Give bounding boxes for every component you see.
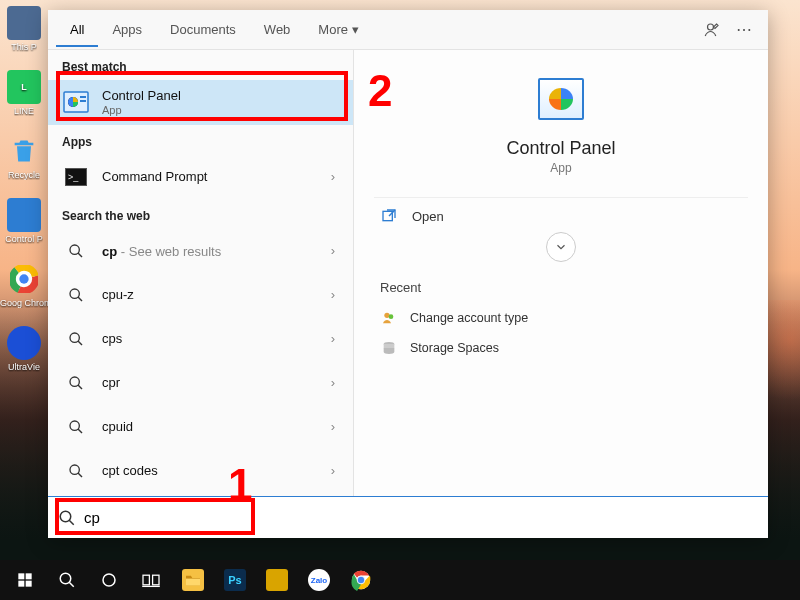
section-best-match: Best match [48, 50, 353, 80]
command-prompt-icon: >_ [62, 163, 90, 191]
search-icon [62, 325, 90, 353]
web-result[interactable]: cpu-z › [48, 273, 353, 317]
chevron-right-icon[interactable]: › [327, 331, 339, 346]
taskbar-chrome[interactable] [342, 562, 380, 598]
desktop-icon-ultraviewer[interactable]: UltraVie [0, 320, 48, 384]
result-command-prompt[interactable]: >_ Command Prompt › [48, 155, 353, 199]
desktop-icon-recycle-bin[interactable]: Recycle [0, 128, 48, 192]
desktop-icon-chrome[interactable]: Goog Chrom [0, 256, 48, 320]
feedback-icon[interactable] [696, 14, 728, 46]
svg-point-12 [70, 289, 79, 298]
chevron-down-icon: ▾ [352, 22, 359, 37]
tab-more[interactable]: More ▾ [304, 12, 372, 47]
desktop-icon-control-panel[interactable]: Control P [0, 192, 48, 256]
results-list: Best match Control Panel App Apps >_ Com… [48, 50, 354, 496]
taskbar-zalo[interactable]: Zalo [300, 562, 338, 598]
taskbar: Ps Zalo [0, 560, 800, 600]
preview-open[interactable]: Open [374, 197, 748, 234]
user-accounts-icon [380, 309, 398, 327]
svg-rect-9 [80, 96, 86, 98]
svg-rect-10 [80, 100, 86, 102]
search-icon [62, 457, 90, 485]
svg-rect-26 [26, 573, 32, 579]
search-icon [62, 281, 90, 309]
preview-pane: Control Panel App Open Recent Change acc… [354, 50, 768, 496]
section-search-web: Search the web [48, 199, 353, 229]
web-result[interactable]: cpr › [48, 361, 353, 405]
web-result[interactable]: cpuid › [48, 405, 353, 449]
svg-point-5 [708, 24, 714, 30]
more-options-icon[interactable]: ⋯ [728, 14, 760, 46]
web-result[interactable]: cps › [48, 317, 353, 361]
svg-point-30 [103, 574, 115, 586]
taskbar-app-yellow[interactable] [258, 562, 296, 598]
chevron-right-icon[interactable]: › [327, 287, 339, 302]
preview-recent-label: Recent [380, 280, 421, 295]
taskbar-file-explorer[interactable] [174, 562, 212, 598]
svg-point-15 [70, 421, 79, 430]
tab-documents[interactable]: Documents [156, 12, 250, 47]
tab-apps[interactable]: Apps [98, 12, 156, 47]
preview-title: Control Panel [506, 138, 615, 159]
svg-rect-32 [153, 575, 159, 585]
svg-point-13 [70, 333, 79, 342]
svg-point-14 [70, 377, 79, 386]
svg-rect-25 [18, 573, 24, 579]
search-icon [62, 237, 90, 265]
svg-point-22 [389, 314, 394, 319]
chevron-right-icon[interactable]: › [327, 419, 339, 434]
cortana-icon[interactable] [90, 562, 128, 598]
svg-point-29 [60, 573, 71, 584]
svg-point-4 [19, 274, 28, 283]
result-subtitle: App [102, 104, 339, 117]
svg-rect-27 [18, 581, 24, 587]
svg-point-16 [70, 465, 79, 474]
search-icon [62, 413, 90, 441]
result-control-panel[interactable]: Control Panel App [48, 80, 353, 125]
open-icon [380, 208, 398, 224]
search-icon [62, 369, 90, 397]
tab-all[interactable]: All [56, 12, 98, 47]
chevron-right-icon[interactable]: › [327, 375, 339, 390]
taskbar-search-icon[interactable] [48, 562, 86, 598]
recent-item[interactable]: Storage Spaces [374, 333, 748, 363]
desktop-icons: This P LLINE Recycle Control P Goog Chro… [0, 0, 50, 560]
search-box-row [48, 496, 768, 538]
search-input[interactable] [84, 509, 758, 526]
recent-item[interactable]: Change account type [374, 303, 748, 333]
task-view-icon[interactable] [132, 562, 170, 598]
desktop-icon-line[interactable]: LLINE [0, 64, 48, 128]
web-result[interactable]: cpt codes › [48, 449, 353, 493]
svg-point-24 [60, 511, 71, 522]
start-search-panel: All Apps Documents Web More ▾ ⋯ Best mat… [48, 10, 768, 538]
storage-spaces-icon [380, 339, 398, 357]
svg-rect-20 [383, 211, 392, 220]
taskbar-photoshop[interactable]: Ps [216, 562, 254, 598]
section-apps: Apps [48, 125, 353, 155]
preview-subtitle: App [550, 161, 571, 175]
tab-web[interactable]: Web [250, 12, 305, 47]
chevron-right-icon[interactable]: › [327, 169, 339, 184]
search-icon [58, 509, 76, 527]
search-tabs: All Apps Documents Web More ▾ ⋯ [48, 10, 768, 50]
result-title: Control Panel [102, 88, 339, 104]
svg-rect-28 [26, 581, 32, 587]
control-panel-icon [62, 88, 90, 116]
desktop-icon-this-pc[interactable]: This P [0, 0, 48, 64]
chevron-right-icon[interactable]: › [327, 243, 339, 258]
svg-point-11 [70, 245, 79, 254]
expand-more-button[interactable] [546, 232, 576, 262]
chevron-right-icon[interactable]: › [327, 463, 339, 478]
svg-rect-31 [143, 575, 149, 585]
start-button[interactable] [6, 562, 44, 598]
web-result[interactable]: cp - See web results › [48, 229, 353, 273]
control-panel-large-icon [538, 78, 584, 120]
web-result[interactable]: cpap machine › [48, 493, 353, 496]
